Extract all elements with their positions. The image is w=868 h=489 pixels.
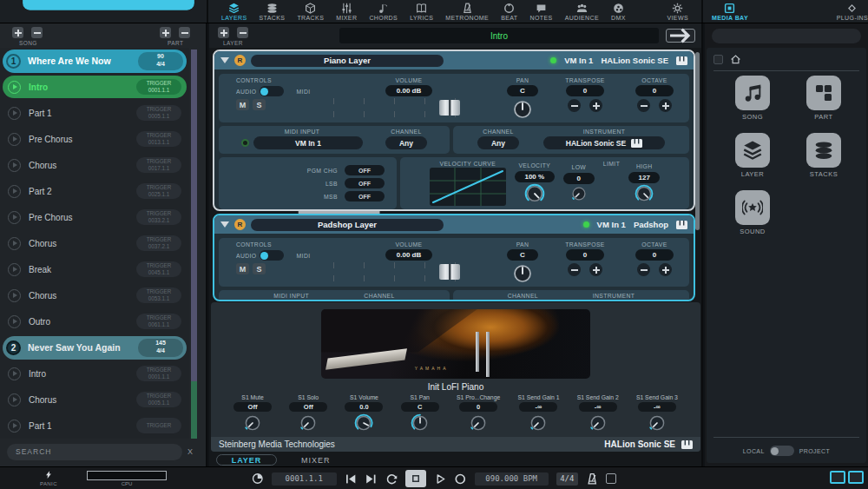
stop-button[interactable]: [405, 470, 425, 487]
param-value[interactable]: Off: [233, 402, 272, 412]
transpose-value[interactable]: 0: [566, 85, 604, 96]
part-item[interactable]: Part 1TRIGGER: [3, 414, 187, 437]
transpose-plus-button[interactable]: [589, 263, 602, 276]
song-item[interactable]: 1Where Are We Now904/4: [3, 50, 187, 73]
remove-layer-button[interactable]: [237, 27, 248, 38]
param-knob[interactable]: [243, 413, 262, 433]
record-arm-button[interactable]: R: [234, 55, 246, 66]
record-arm-button[interactable]: R: [234, 219, 246, 230]
mediabay-tile-stacks[interactable]: STACKS: [788, 133, 859, 190]
remove-part-button[interactable]: [179, 27, 190, 38]
high-knob[interactable]: [635, 184, 654, 203]
play-icon[interactable]: [8, 81, 21, 94]
tab-metronome[interactable]: METRONOME: [439, 3, 495, 21]
layer-name[interactable]: Padshop Layer: [251, 219, 444, 231]
position-display[interactable]: 0001.1.1: [272, 472, 337, 486]
play-icon[interactable]: [8, 133, 21, 146]
tab-plug-ins[interactable]: PLUG-INS: [837, 3, 868, 21]
lsb-value[interactable]: OFF: [345, 178, 385, 188]
octave-plus-button[interactable]: [659, 263, 672, 276]
home-icon[interactable]: [730, 54, 741, 65]
mediabay-tile-song[interactable]: SONG: [717, 76, 788, 133]
mute-button[interactable]: M: [236, 99, 249, 110]
param-knob[interactable]: [648, 413, 667, 433]
solo-button[interactable]: S: [253, 99, 266, 110]
volume-slider[interactable]: [333, 262, 484, 281]
metronome-button[interactable]: [586, 472, 599, 486]
window-layout-button-1[interactable]: [830, 471, 845, 484]
keyboard-icon[interactable]: [676, 56, 687, 65]
param-knob[interactable]: [411, 413, 430, 433]
collapse-triangle-icon[interactable]: [220, 221, 229, 228]
song2-color-strip[interactable]: [191, 381, 197, 439]
octave-value[interactable]: 0: [635, 85, 674, 96]
part-item[interactable]: Part 2TRIGGER0025.1.1: [3, 180, 187, 202]
tab-chords[interactable]: CHORDS: [363, 3, 404, 21]
play-icon[interactable]: [8, 159, 21, 172]
low-knob[interactable]: [570, 185, 588, 202]
param-value[interactable]: Off: [289, 402, 327, 412]
go-to-start-button[interactable]: [345, 472, 358, 486]
record-button[interactable]: [454, 472, 467, 486]
velocity-value[interactable]: 100 %: [515, 171, 555, 182]
keyboard-icon[interactable]: [676, 221, 687, 229]
song1-color-strip[interactable]: [191, 50, 197, 381]
high-value[interactable]: 127: [628, 172, 660, 183]
part-item[interactable]: OutroTRIGGER0061.1.1: [3, 310, 187, 333]
play-icon[interactable]: [8, 185, 21, 198]
tab-stacks[interactable]: STACKS: [253, 3, 292, 21]
tab-beat[interactable]: BEAT: [495, 3, 523, 21]
add-song-button[interactable]: [12, 27, 23, 38]
click-checkbox[interactable]: [606, 473, 616, 484]
octave-plus-button[interactable]: [659, 99, 672, 112]
timesig-display[interactable]: 4/4: [556, 472, 578, 486]
tab-notes[interactable]: NOTES: [524, 3, 559, 21]
param-value[interactable]: 0.0: [345, 402, 383, 412]
go-to-end-button[interactable]: [365, 472, 378, 486]
search-clear-button[interactable]: X: [187, 447, 193, 456]
pan-value[interactable]: C: [507, 249, 538, 261]
midi-input-select[interactable]: VM In 1: [253, 136, 363, 149]
mute-button[interactable]: M: [236, 263, 249, 274]
part-item[interactable]: ChorusTRIGGER0005.1.1: [3, 388, 187, 411]
tab-mixer[interactable]: MIXER: [330, 3, 363, 21]
audio-midi-toggle[interactable]: [260, 250, 284, 261]
param-value[interactable]: -∞: [519, 402, 557, 412]
song-item[interactable]: 2Never Saw You Again1454/4: [3, 336, 187, 360]
part-item[interactable]: IntroTRIGGER0001.1.1: [3, 362, 187, 385]
part-item[interactable]: Pre ChorusTRIGGER0033.2.1: [3, 206, 187, 228]
tab-lyrics[interactable]: LYRICS: [404, 3, 439, 21]
plugin-name[interactable]: HALion Sonic SE: [604, 439, 675, 449]
tab-layer[interactable]: LAYER: [216, 454, 277, 466]
volume-slider[interactable]: [333, 98, 484, 117]
velocity-curve-graph[interactable]: [430, 168, 506, 206]
collapse-triangle-icon[interactable]: [220, 57, 229, 63]
part-item[interactable]: ChorusTRIGGER0053.1.1: [3, 284, 187, 307]
low-value[interactable]: 0: [563, 173, 595, 184]
param-knob[interactable]: [299, 413, 318, 433]
param-knob[interactable]: [469, 413, 488, 433]
tab-views[interactable]: VIEWS: [661, 3, 694, 21]
param-knob[interactable]: [354, 413, 373, 433]
out-channel-select[interactable]: Any: [477, 136, 519, 149]
part-item[interactable]: Pre ChorusTRIGGER0013.1.1: [3, 128, 187, 150]
solo-button[interactable]: S: [253, 263, 266, 274]
add-layer-button[interactable]: [218, 27, 229, 38]
part-item[interactable]: ChorusTRIGGER0017.1.1: [3, 154, 187, 176]
play-icon[interactable]: [8, 315, 21, 328]
cycle-button[interactable]: [385, 472, 398, 486]
play-icon[interactable]: [8, 263, 21, 276]
param-knob[interactable]: [529, 413, 548, 433]
next-part-button[interactable]: [666, 29, 695, 43]
param-value[interactable]: 0: [459, 402, 497, 412]
octave-minus-button[interactable]: [637, 263, 650, 276]
tab-audience[interactable]: AUDIENCE: [559, 3, 605, 21]
msb-value[interactable]: OFF: [345, 191, 385, 202]
layers-scrollbar[interactable]: [695, 52, 700, 230]
pan-knob[interactable]: [511, 98, 534, 121]
layer-instrument[interactable]: HALion Sonic SE: [601, 56, 668, 65]
param-value[interactable]: -∞: [579, 402, 617, 412]
media-bay-filter-bar[interactable]: [712, 29, 861, 43]
play-icon[interactable]: [8, 393, 21, 406]
tab-mixer[interactable]: MIXER: [301, 456, 331, 465]
